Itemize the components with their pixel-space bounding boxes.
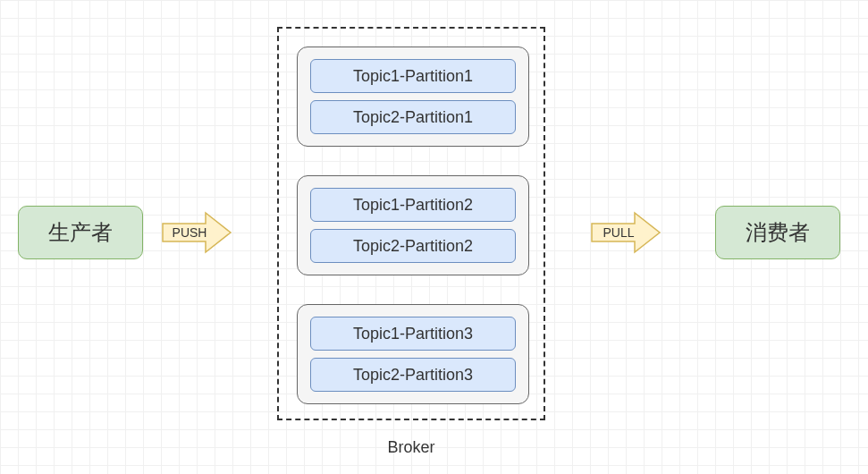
topic-partition-label: Topic1-Partition1 — [353, 67, 473, 86]
topic-partition-box: Topic1-Partition3 — [310, 317, 516, 351]
partition-group: Topic1-Partition3 Topic2-Partition3 — [297, 304, 529, 404]
topic-partition-box: Topic2-Partition1 — [310, 100, 516, 134]
topic-partition-label: Topic1-Partition3 — [353, 325, 473, 343]
topic-partition-box: Topic1-Partition1 — [310, 59, 516, 93]
producer-box: 生产者 — [18, 206, 143, 259]
topic-partition-label: Topic1-Partition2 — [353, 196, 473, 215]
pull-arrow-label: PULL — [603, 225, 634, 240]
topic-partition-label: Topic2-Partition2 — [353, 237, 473, 256]
producer-label: 生产者 — [48, 218, 113, 247]
topic-partition-box: Topic2-Partition2 — [310, 229, 516, 263]
topic-partition-label: Topic2-Partition3 — [353, 366, 473, 385]
topic-partition-label: Topic2-Partition1 — [353, 108, 473, 127]
consumer-label: 消费者 — [746, 218, 810, 247]
partition-group: Topic1-Partition2 Topic2-Partition2 — [297, 175, 529, 275]
broker-label: Broker — [277, 438, 545, 457]
broker-container: Topic1-Partition1 Topic2-Partition1 Topi… — [277, 27, 545, 420]
pull-arrow: PULL — [590, 211, 662, 254]
topic-partition-box: Topic1-Partition2 — [310, 188, 516, 222]
consumer-box: 消费者 — [715, 206, 840, 259]
push-arrow: PUSH — [161, 211, 232, 254]
topic-partition-box: Topic2-Partition3 — [310, 358, 516, 392]
push-arrow-label: PUSH — [173, 225, 207, 240]
partition-group: Topic1-Partition1 Topic2-Partition1 — [297, 47, 529, 147]
